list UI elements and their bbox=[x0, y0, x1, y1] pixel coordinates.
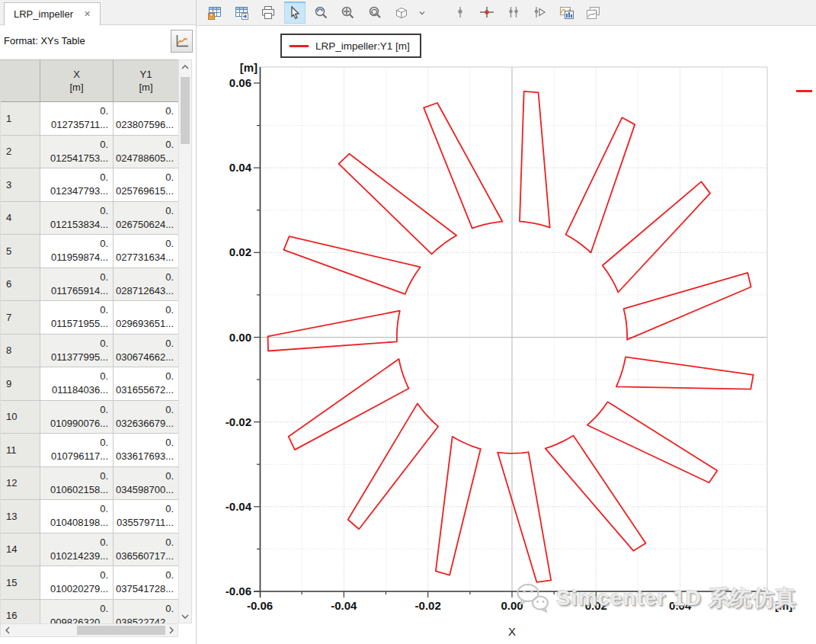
x-value-cell[interactable]: 0. 010020279... bbox=[40, 566, 114, 600]
row-number-cell[interactable]: 12 bbox=[1, 467, 40, 501]
column-unit: [m] bbox=[69, 81, 83, 94]
y-value-cell[interactable]: 0. 030674662... bbox=[114, 335, 178, 368]
y-value-cell[interactable]: 0. 024788605... bbox=[114, 136, 178, 169]
y-value-cell[interactable]: 0. 033617693... bbox=[114, 434, 178, 467]
row-number-cell[interactable]: 14 bbox=[1, 533, 40, 567]
y-axis-unit-label: [m] bbox=[240, 61, 258, 74]
y-value-cell[interactable]: 0. 035579711... bbox=[114, 500, 178, 533]
row-number-cell[interactable]: 4 bbox=[1, 202, 40, 235]
table-horizontal-scrollbar[interactable] bbox=[0, 623, 178, 637]
table-body: 10. 012735711...0. 023807596...20. 01254… bbox=[1, 102, 178, 623]
row-number-cell[interactable]: 2 bbox=[1, 136, 40, 169]
chart-svg[interactable]: 0.060.040.020.00-0.02-0.04-0.06-0.06-0.0… bbox=[197, 27, 816, 644]
y-tick-label: 0.06 bbox=[229, 76, 251, 89]
impeller-blade-outline bbox=[289, 359, 409, 450]
x-value-cell[interactable]: 0. 009826320... bbox=[40, 600, 114, 624]
overlay-plots-button[interactable] bbox=[583, 2, 604, 24]
row-number-cell[interactable]: 3 bbox=[1, 168, 40, 202]
column-header-y1[interactable]: Y1 [m] bbox=[114, 60, 178, 102]
row-number-cell[interactable]: 9 bbox=[1, 367, 40, 401]
column-name: X bbox=[73, 68, 80, 81]
tab-bar: LRP_impeller ✕ bbox=[0, 0, 197, 25]
scroll-up-icon[interactable] bbox=[179, 60, 191, 73]
impeller-blade-outline bbox=[616, 357, 754, 389]
y-value-cell[interactable]: 0. 028712643... bbox=[114, 268, 178, 302]
x-value-cell[interactable]: 0. 011571955... bbox=[40, 301, 114, 335]
y-value-cell[interactable]: 0. 031655672... bbox=[114, 367, 178, 401]
x-value-cell[interactable]: 0. 011184036... bbox=[40, 367, 114, 401]
y-value-cell[interactable]: 0. 027731634... bbox=[114, 235, 178, 268]
y-value-cell[interactable]: 0. 029693651... bbox=[114, 301, 178, 335]
x-tick-label: 0.00 bbox=[501, 599, 523, 612]
table-row: 130. 010408198...0. 035579711... bbox=[1, 500, 178, 533]
row-number-cell[interactable]: 6 bbox=[1, 268, 40, 302]
scroll-left-icon[interactable] bbox=[1, 624, 14, 636]
x-value-cell[interactable]: 0. 012541753... bbox=[40, 136, 114, 169]
x-value-cell[interactable]: 0. 012153834... bbox=[40, 202, 114, 235]
y-value-cell[interactable]: 0. 023807596... bbox=[114, 102, 178, 136]
impeller-blade-outline bbox=[283, 236, 420, 294]
printer-icon bbox=[260, 5, 277, 21]
dual-marker-button[interactable] bbox=[503, 2, 524, 24]
save-table-button[interactable] bbox=[204, 2, 226, 24]
row-number-cell[interactable]: 15 bbox=[1, 566, 40, 600]
select-tool-button[interactable] bbox=[284, 2, 306, 24]
dropdown-chevron-icon[interactable] bbox=[418, 2, 427, 24]
view-3d-button[interactable] bbox=[391, 2, 412, 24]
x-value-cell[interactable]: 0. 010602158... bbox=[40, 467, 114, 501]
table-row: 70. 011571955...0. 029693651... bbox=[1, 301, 178, 335]
zoom-previous-button[interactable] bbox=[364, 2, 386, 24]
row-number-cell[interactable]: 5 bbox=[1, 235, 40, 268]
impeller-blade-outline bbox=[587, 402, 718, 482]
x-value-cell[interactable]: 0. 010796117... bbox=[40, 434, 114, 467]
plot-format-button[interactable] bbox=[171, 30, 193, 53]
chart-overlay-icon bbox=[585, 5, 602, 21]
row-number-cell[interactable]: 16 bbox=[1, 600, 40, 624]
crosshair-marker-button[interactable] bbox=[476, 2, 498, 24]
vertical-scroll-thumb[interactable] bbox=[181, 77, 190, 144]
row-number-cell[interactable]: 13 bbox=[1, 500, 40, 533]
x-value-cell[interactable]: 0. 011959874... bbox=[40, 235, 114, 268]
marker-single-icon bbox=[452, 5, 469, 21]
x-value-cell[interactable]: 0. 010408198... bbox=[40, 500, 114, 533]
print-button[interactable] bbox=[258, 2, 279, 24]
scroll-down-icon[interactable] bbox=[179, 610, 191, 623]
row-number-cell[interactable]: 11 bbox=[1, 434, 40, 467]
row-number-cell[interactable]: 1 bbox=[1, 102, 40, 136]
x-value-cell[interactable]: 0. 012735711... bbox=[40, 102, 114, 136]
x-value-cell[interactable]: 0. 010990076... bbox=[40, 401, 114, 434]
y-value-cell[interactable]: 0. 034598700... bbox=[114, 467, 178, 501]
tab-close-icon[interactable]: ✕ bbox=[84, 10, 91, 18]
table-vertical-scrollbar[interactable] bbox=[178, 59, 192, 623]
y-value-cell[interactable]: 0. 038522742... bbox=[114, 600, 178, 624]
row-number-cell[interactable]: 8 bbox=[1, 335, 40, 368]
plot-frame bbox=[260, 67, 767, 591]
y-value-cell[interactable]: 0. 026750624... bbox=[114, 202, 178, 235]
export-table-button[interactable] bbox=[231, 2, 252, 24]
column-header-x[interactable]: X [m] bbox=[40, 60, 114, 102]
y-value-cell[interactable]: 0. 037541728... bbox=[114, 566, 178, 600]
y-value-cell[interactable]: 0. 025769615... bbox=[114, 168, 178, 202]
table-row: 160. 009826320...0. 038522742... bbox=[1, 600, 178, 624]
x-value-cell[interactable]: 0. 010214239... bbox=[40, 533, 114, 567]
x-value-cell[interactable]: 0. 011377995... bbox=[40, 335, 114, 368]
horizontal-scroll-thumb[interactable] bbox=[77, 626, 165, 635]
row-number-cell[interactable]: 10 bbox=[1, 401, 40, 434]
scroll-right-icon[interactable] bbox=[165, 624, 178, 636]
y-tick-label: 0.00 bbox=[229, 331, 251, 344]
marker-animation-button[interactable] bbox=[530, 2, 551, 24]
impeller-blade-outline bbox=[424, 103, 502, 229]
y-value-cell[interactable]: 0. 036560717... bbox=[114, 533, 178, 567]
x-value-cell[interactable]: 0. 011765914... bbox=[40, 268, 114, 302]
table-row: 20. 012541753...0. 024788605... bbox=[1, 136, 178, 169]
single-marker-button[interactable] bbox=[450, 2, 471, 24]
zoom-selection-button[interactable] bbox=[311, 2, 332, 24]
y-value-cell[interactable]: 0. 032636679... bbox=[114, 401, 178, 434]
zoom-fit-button[interactable] bbox=[338, 2, 359, 24]
legend-box[interactable]: LRP_impeller:Y1 [m] bbox=[280, 34, 421, 58]
tab-lrp-impeller[interactable]: LRP_impeller ✕ bbox=[4, 2, 101, 26]
fft-button[interactable] bbox=[556, 2, 578, 24]
table-row: 150. 010020279...0. 037541728... bbox=[1, 566, 178, 600]
row-number-cell[interactable]: 7 bbox=[1, 301, 40, 335]
x-value-cell[interactable]: 0. 012347793... bbox=[40, 168, 114, 202]
